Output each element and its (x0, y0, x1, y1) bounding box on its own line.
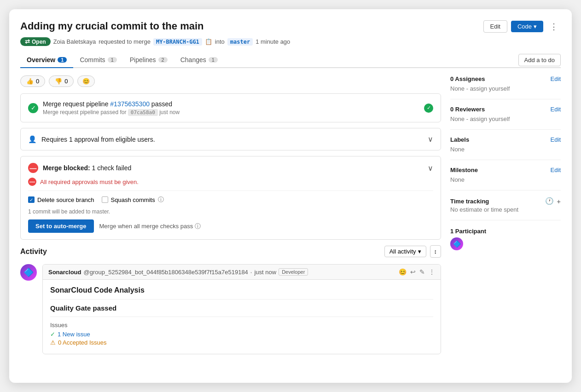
pipeline-time: just now (159, 109, 180, 115)
thumbs-down-button[interactable]: 👎 0 (49, 75, 74, 87)
code-button[interactable]: Code ▾ (511, 21, 543, 32)
squash-commits-checkbox[interactable] (102, 196, 108, 203)
auto-merge-note: Merge when all merge checks pass ⓘ (99, 222, 201, 231)
milestone-value: None (450, 176, 465, 183)
new-issue-link[interactable]: ✓ 1 New issue (50, 331, 433, 338)
tab-pipelines[interactable]: Pipelines 2 (123, 52, 174, 68)
approval-expand-button[interactable]: ∨ (428, 135, 433, 144)
participants-section: 1 Participant 🔷 (450, 227, 561, 257)
code-label: Code (517, 23, 532, 30)
thumbs-up-icon: 👍 (26, 78, 34, 85)
tab-pipelines-count: 2 (158, 57, 168, 63)
time-tracking-value: No estimate or time spent (450, 206, 518, 213)
assignees-section: 0 Assignees Edit None - assign yourself (450, 75, 561, 99)
tab-commits-count: 1 (108, 57, 117, 63)
quality-gate-title: Quality Gate passed (50, 304, 433, 312)
target-branch[interactable]: master (227, 38, 253, 46)
more-options-button[interactable]: ⋮ (547, 21, 561, 33)
tab-overview-count: 1 (58, 57, 67, 63)
activity-sort-button[interactable]: ↕ (430, 245, 442, 258)
status-badge: Open (20, 37, 51, 46)
merge-blocked-card: — Merge blocked: 1 check failed ∨ — All … (20, 156, 441, 240)
pipeline-title-text: Merge request pipeline (43, 100, 108, 108)
thumbs-down-icon: 👎 (55, 78, 62, 85)
author-name: Zoia Baletskaya (53, 38, 96, 45)
warning-icon: ⚠ (50, 339, 56, 346)
plus-icon[interactable]: + (557, 197, 561, 205)
accepted-issues-link[interactable]: ⚠ 0 Accepted Issues (50, 339, 433, 346)
activity-controls: All activity ▾ ↕ (384, 245, 441, 258)
comment-title: SonarCloud Code Analysis (50, 286, 433, 294)
squash-commits-option[interactable]: Squash commits ⓘ (102, 196, 164, 204)
participant-avatar[interactable]: 🔷 (450, 237, 463, 250)
thumbs-up-button[interactable]: 👍 0 (20, 75, 45, 87)
comment-author-name: Sonarcloud (48, 269, 81, 276)
mr-subtitle: Open Zoia Baletskaya requested to merge … (20, 37, 561, 46)
blocked-title: Merge blocked: 1 check failed (43, 164, 131, 172)
tab-changes[interactable]: Changes 1 (174, 52, 224, 68)
delete-branch-checkbox[interactable]: ✓ (28, 196, 35, 203)
time-tracking-label: Time tracking (450, 198, 489, 205)
assignees-label: 0 Assignees (450, 75, 485, 82)
labels-section: Labels Edit None (450, 136, 561, 160)
labels-edit-button[interactable]: Edit (551, 136, 561, 143)
error-icon: — (28, 178, 36, 186)
pipeline-status-text: passed (151, 100, 172, 108)
participant-icon: 🔷 (453, 240, 461, 248)
thumbs-down-count: 0 (64, 78, 68, 85)
add-reaction-button[interactable]: 😊 (77, 75, 95, 87)
merge-options: ✓ Delete source branch Squash commits ⓘ (28, 191, 433, 208)
time-ago: 1 minute ago (256, 38, 290, 45)
add-todo-button[interactable]: Add a to do (518, 54, 561, 66)
comment-reply-button[interactable]: ↩ (410, 268, 416, 276)
assignees-edit-button[interactable]: Edit (551, 75, 561, 82)
copy-icon[interactable]: 📋 (205, 38, 212, 45)
blocked-expand-button[interactable]: ∨ (428, 164, 433, 173)
comment-divider (50, 299, 433, 300)
comment-more-button[interactable]: ⋮ (429, 268, 435, 276)
into-text: into (215, 38, 225, 45)
comment-emoji-button[interactable]: 😊 (399, 268, 407, 276)
page-title: Adding my crucial commit to the main (20, 20, 204, 32)
source-branch[interactable]: MY-BRANCH-GG1 (153, 38, 202, 46)
error-row: — All required approvals must be given. (28, 173, 433, 191)
issues-label: Issues (50, 322, 433, 329)
clock-icon[interactable]: 🕐 (545, 197, 554, 205)
filter-chevron-icon: ▾ (418, 248, 421, 255)
tab-commits[interactable]: Commits 1 (73, 52, 123, 68)
activity-filter-button[interactable]: All activity ▾ (384, 246, 426, 257)
reviewers-edit-button[interactable]: Edit (551, 106, 561, 113)
pipeline-link[interactable]: #1375635300 (110, 100, 150, 108)
labels-label: Labels (450, 136, 469, 143)
approval-icon: 👤 (28, 135, 37, 144)
pipeline-status-icon: ✓ (28, 103, 38, 113)
comment-body: Sonarcloud @group_5252984_bot_044f85b180… (42, 264, 441, 354)
approval-text: Requires 1 approval from eligible users. (41, 136, 155, 143)
squash-help-icon[interactable]: ⓘ (158, 196, 164, 204)
blocked-detail: 1 check failed (92, 164, 132, 172)
avatar: 🔷 (20, 264, 37, 281)
tab-changes-count: 1 (209, 57, 218, 63)
tab-overview[interactable]: Overview 1 (20, 52, 73, 68)
chevron-down-icon: ▾ (534, 23, 537, 30)
auto-merge-help-icon[interactable]: ⓘ (195, 222, 201, 231)
approval-card: 👤 Requires 1 approval from eligible user… (20, 128, 441, 150)
emoji-icon: 😊 (82, 78, 90, 85)
tab-overview-label: Overview (27, 56, 55, 63)
comment-row: 🔷 Sonarcloud @group_5252984_bot_044f85b1… (20, 264, 441, 354)
squash-commits-label: Squash commits (111, 196, 155, 203)
comment-time: just now (254, 269, 276, 276)
milestone-edit-button[interactable]: Edit (551, 167, 561, 173)
sort-icon: ↕ (434, 248, 437, 255)
edit-button[interactable]: Edit (483, 20, 507, 33)
comment-edit-button[interactable]: ✎ (419, 268, 425, 276)
accepted-issues-text: 0 Accepted Issues (58, 339, 107, 346)
activity-filter-label: All activity (389, 248, 416, 255)
tab-pipelines-label: Pipelines (130, 56, 156, 63)
blocked-icon: — (28, 163, 38, 173)
comment-content: SonarCloud Code Analysis Quality Gate pa… (43, 280, 441, 354)
sidebar: 0 Assignees Edit None - assign yourself … (450, 75, 561, 354)
delete-branch-option[interactable]: ✓ Delete source branch (28, 196, 94, 203)
auto-merge-button[interactable]: Set to auto-merge (28, 219, 94, 233)
pipeline-commit: 07ca58a0 (128, 109, 158, 116)
